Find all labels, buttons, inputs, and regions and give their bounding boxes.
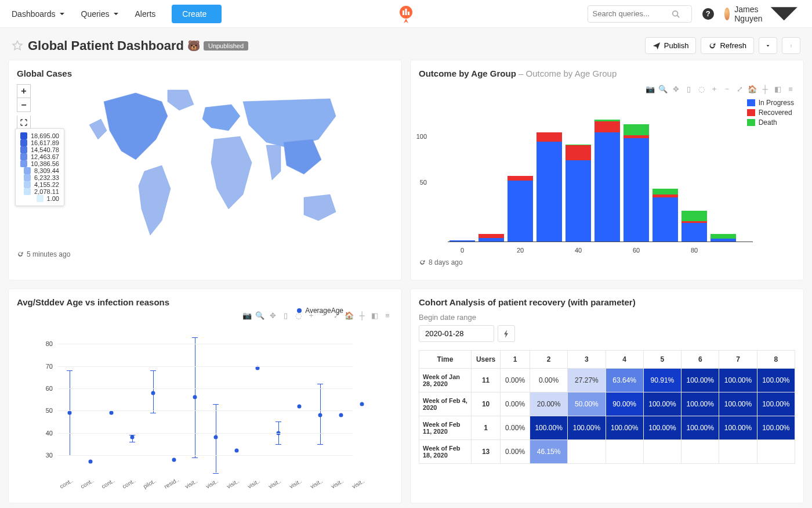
spikelines-icon[interactable]: ┼ [356, 310, 368, 320]
bar-segment [594, 121, 620, 132]
cell-value [643, 440, 681, 464]
hovercompare-icon[interactable]: ≡ [382, 310, 393, 320]
gridline [57, 455, 353, 456]
boxselect-icon[interactable]: ▯ [683, 84, 694, 94]
svg-point-6 [791, 44, 792, 45]
x-category: visit.. [330, 474, 351, 490]
gridline [57, 410, 353, 411]
search-input[interactable] [593, 9, 668, 18]
fullscreen-button[interactable] [17, 116, 31, 129]
zoom-icon[interactable]: 🔍 [657, 84, 669, 94]
data-point [151, 391, 155, 395]
bar-column [535, 120, 564, 242]
refresh-icon [419, 259, 426, 266]
table-header: 2 [530, 351, 567, 369]
refresh-button[interactable]: Refresh [701, 37, 754, 54]
legend-row: 10,386.56 [20, 160, 59, 167]
y-tick: 50 [411, 179, 427, 186]
search-input-wrap[interactable] [588, 5, 692, 23]
legend-item[interactable]: In Progress [747, 99, 794, 107]
reset-icon[interactable]: 🏠 [746, 84, 758, 94]
legend-value: 12,463.67 [31, 153, 59, 160]
nav-right: ? James Nguyen [588, 0, 800, 30]
y-tick: 40 [40, 430, 53, 437]
legend-label: Death [759, 118, 777, 127]
map-plot[interactable]: + − 18,695.0016,617.8914,540.7812,463.67… [17, 84, 393, 247]
pan-icon[interactable]: ✥ [267, 310, 278, 320]
hovercompare-icon[interactable]: ≡ [785, 84, 796, 94]
app-logo [397, 5, 415, 23]
bar-segment [507, 181, 533, 242]
owner-avatar-icon: 🐻 [187, 39, 200, 52]
apply-param-button[interactable] [498, 325, 515, 342]
bar-chart[interactable]: 50100020406080 [428, 104, 753, 255]
bar-segment [566, 145, 591, 160]
help-icon[interactable]: ? [702, 8, 714, 20]
error-cap [192, 457, 198, 458]
cell-value: 100.00% [682, 369, 719, 392]
cell-value: 100.00% [606, 416, 643, 440]
cell-users: 1 [472, 416, 501, 440]
nav-dashboards-label: Dashboards [12, 9, 56, 19]
zoom-in-button[interactable]: + [17, 84, 31, 98]
error-bar-chart[interactable]: cont..cont..cont..cont..pilot..resid..vi… [34, 333, 359, 489]
camera-icon[interactable]: 📷 [241, 310, 253, 320]
zoomin-icon[interactable]: ＋ [708, 84, 720, 94]
pan-icon[interactable]: ✥ [670, 84, 682, 94]
reset-icon[interactable]: 🏠 [343, 310, 355, 320]
svg-rect-2 [405, 9, 407, 15]
hoverclosest-icon[interactable]: ◧ [369, 310, 380, 320]
bar-segment [478, 238, 504, 242]
more-menu-button[interactable] [782, 37, 800, 54]
zoomout-icon[interactable]: － [721, 84, 733, 94]
data-point [318, 413, 322, 417]
avatar [724, 8, 730, 20]
send-icon [652, 42, 661, 50]
title-bar: Global Patient Dashboard 🐻 Unpublished P… [0, 28, 812, 60]
x-category: cont.. [79, 474, 101, 490]
lightning-icon [503, 330, 510, 338]
cell-time: Week of Feb 4, 2020 [419, 392, 472, 416]
x-category: visit.. [288, 474, 310, 490]
user-menu[interactable]: James Nguyen [724, 0, 800, 30]
bar-segment [536, 142, 562, 242]
legend-item[interactable]: Recovered [747, 109, 794, 117]
camera-icon[interactable]: 📷 [644, 84, 656, 94]
nav-queries[interactable]: Queries [81, 9, 119, 19]
autoscale-icon[interactable]: ⤢ [734, 84, 745, 94]
bar-segment [710, 234, 736, 239]
fullscreen-icon [20, 119, 27, 126]
error-cap [213, 404, 219, 405]
nav-alerts[interactable]: Alerts [135, 9, 156, 19]
legend-value: 1.00 [47, 195, 59, 202]
date-range-input[interactable] [419, 325, 494, 342]
status-badge: Unpublished [204, 41, 248, 51]
zoom-icon[interactable]: 🔍 [254, 310, 266, 320]
hoverclosest-icon[interactable]: ◧ [772, 84, 784, 94]
publish-button[interactable]: Publish [645, 37, 697, 54]
legend-value: 10,386.56 [31, 160, 59, 167]
spikelines-icon[interactable]: ┼ [759, 84, 771, 94]
bar-segment [566, 160, 591, 242]
refresh-dropdown-button[interactable] [759, 37, 777, 54]
chart-legend: AverageAge [297, 307, 343, 315]
nav-dashboards[interactable]: Dashboards [12, 9, 65, 19]
favorite-icon[interactable] [12, 40, 23, 52]
table-row: Week of Feb 11, 202010.00%100.00%100.00%… [419, 416, 795, 440]
zoom-out-button[interactable]: − [17, 98, 31, 112]
legend-value: 2,078.11 [34, 188, 59, 195]
legend-swatch [20, 153, 27, 160]
legend-row: 8,309.44 [20, 167, 59, 174]
legend-swatch [24, 188, 31, 195]
cell-value: 50.00% [568, 392, 606, 416]
x-category: visit.. [205, 474, 226, 490]
search-icon [672, 10, 680, 18]
lasso-icon[interactable]: ◌ [695, 84, 707, 94]
error-cap [213, 473, 219, 474]
boxselect-icon[interactable]: ▯ [280, 310, 291, 320]
data-point [256, 366, 260, 370]
y-tick: 60 [40, 385, 53, 392]
x-tick [535, 247, 564, 254]
create-button[interactable]: Create [172, 5, 222, 23]
legend-item[interactable]: Death [747, 118, 794, 127]
